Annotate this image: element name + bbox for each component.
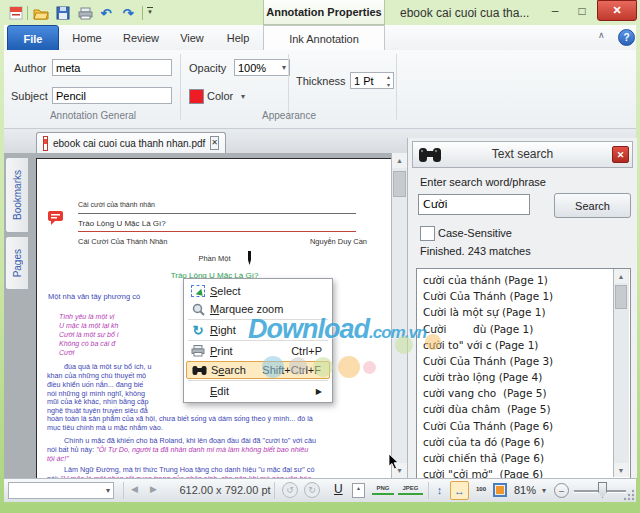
open-icon[interactable]	[33, 5, 49, 21]
opacity-dropdown[interactable]: 100% ▾	[234, 59, 290, 76]
menu-item-select[interactable]: Select	[186, 282, 330, 300]
chevron-down-icon: ▾	[106, 487, 110, 495]
search-result-item[interactable]: cười chiến thả (Page 6)	[423, 452, 544, 464]
history-back-icon[interactable]: ↺	[282, 482, 298, 498]
subject-field[interactable]	[52, 87, 172, 104]
status-separator	[428, 482, 429, 499]
case-sensitive-label: Case-Sensitive	[438, 227, 512, 239]
search-result-item[interactable]: cười đùa châm (Page 5)	[423, 403, 551, 415]
underline-tool-icon[interactable]: U	[334, 482, 343, 496]
qat-separator	[27, 6, 28, 20]
opacity-label: Opacity	[189, 62, 226, 74]
menu-item-search[interactable]: Search Shift+Ctrl+F	[186, 361, 330, 379]
fit-width-icon[interactable]: ↔	[450, 481, 469, 500]
ribbon-tab-row: File Home Review View Help Ink Annotatio…	[4, 25, 636, 50]
pdf-file-icon	[43, 136, 48, 151]
export-png-icon[interactable]: PNG	[372, 484, 394, 495]
next-page-icon[interactable]: ▶	[150, 484, 157, 494]
search-panel-header[interactable]: Text search ✕	[412, 141, 633, 168]
export-jpeg-icon[interactable]: JPEG	[398, 484, 423, 495]
actual-size-icon[interactable]: 100	[473, 486, 489, 492]
submenu-arrow-icon: ▶	[316, 387, 330, 396]
previous-page-icon[interactable]: ◀	[131, 484, 138, 494]
author-field[interactable]	[52, 59, 172, 76]
scroll-up-icon[interactable]: ▲	[392, 153, 407, 168]
maximize-button[interactable]: □	[570, 2, 594, 20]
menu-item-print[interactable]: Print Ctrl+P	[186, 342, 330, 360]
case-sensitive-checkbox[interactable]	[420, 226, 435, 241]
group-separator-2	[396, 54, 397, 120]
document-tab-close-icon[interactable]: ✕	[210, 136, 219, 150]
comment-annotation-icon[interactable]	[47, 210, 64, 229]
search-result-item[interactable]: Cười Của Thánh (Page 1)	[423, 290, 553, 302]
document-tab[interactable]: ebook cai cuoi cua thanh nhan.pdf ✕	[36, 132, 226, 153]
sidebar-item-pages[interactable]: Pages	[5, 236, 28, 290]
resize-grip[interactable]	[623, 487, 635, 499]
fit-height-icon[interactable]: ↕	[432, 482, 447, 498]
spin-down-icon[interactable]: ▾	[387, 81, 390, 89]
search-result-item[interactable]: Cười Của Thánh (Page 3)	[423, 355, 553, 367]
search-input[interactable]	[418, 194, 530, 215]
menu-separator	[188, 319, 328, 320]
scrollbar-thumb[interactable]	[393, 171, 406, 197]
help-icon[interactable]: ?	[618, 29, 635, 46]
page-number-combobox[interactable]: ▾	[8, 482, 114, 499]
fit-page-icon[interactable]	[493, 483, 507, 497]
menu-shortcut: Shift+Ctrl+F	[262, 364, 329, 376]
menu-item-right[interactable]: ↻ Right	[186, 321, 330, 339]
results-scroll-up-icon[interactable]: ▲	[614, 269, 628, 283]
menu-item-edit[interactable]: Edit ▶	[186, 382, 330, 400]
collapse-ribbon-icon[interactable]: ∧	[598, 30, 605, 40]
spin-up-icon[interactable]: ▴	[387, 73, 390, 81]
document-scrollbar[interactable]: ▲ ▼	[391, 153, 408, 478]
zoom-slider-thumb[interactable]	[598, 482, 607, 498]
search-result-item[interactable]: cười vang cho (Page 5)	[423, 387, 547, 399]
zoom-level: 81%	[514, 484, 536, 496]
menu-item-marquee-zoom[interactable]: Marquee zoom	[186, 300, 330, 318]
text-search-panel: Text search ✕ Enter search word/phrase S…	[407, 138, 637, 478]
search-button[interactable]: Search	[554, 193, 631, 218]
sidebar-item-bookmarks[interactable]: Bookmarks	[5, 157, 28, 233]
history-forward-icon[interactable]: ↻	[304, 482, 320, 498]
results-scrollbar-thumb[interactable]	[615, 285, 627, 309]
search-result-item[interactable]: Cười là một sự (Page 1)	[423, 306, 546, 318]
tab-help[interactable]: Help	[216, 25, 260, 50]
color-label[interactable]: Color	[207, 90, 233, 102]
search-result-item[interactable]: cười của thánh (Page 1)	[423, 274, 548, 286]
zoom-out-icon[interactable]: –	[554, 483, 569, 498]
tab-view[interactable]: View	[170, 25, 214, 50]
search-result-item[interactable]: cười trào lộng (Page 4)	[423, 371, 542, 383]
results-scrollbar[interactable]: ▲ ▼	[613, 269, 629, 477]
tab-review[interactable]: Review	[116, 25, 166, 50]
app-icon	[8, 5, 24, 21]
thickness-value: 1 Pt	[354, 75, 374, 87]
minimize-button[interactable]: –	[543, 2, 567, 20]
doc-text-line: điều khiển uốn nắn... đang biế	[47, 380, 143, 389]
search-result-item[interactable]: Cười đù (Page 1)	[423, 323, 533, 335]
color-dropdown-icon[interactable]: ▾	[241, 93, 245, 101]
tab-file[interactable]: File	[7, 25, 59, 52]
header-rule	[78, 213, 356, 214]
search-results-list: cười của thánh (Page 1) Cười Của Thánh (…	[416, 268, 631, 480]
search-result-item[interactable]: cười to" với c (Page 1)	[423, 339, 538, 351]
qat-customize-icon[interactable]: ▼	[147, 7, 153, 17]
thickness-spinner[interactable]: 1 Pt ▴ ▾	[350, 72, 394, 89]
tab-ink-annotation[interactable]: Ink Annotation	[263, 25, 385, 51]
zoom-dropdown-icon[interactable]: ▾	[542, 487, 546, 495]
search-result-item[interactable]: cười của ta đó (Page 6)	[423, 436, 544, 448]
doc-text-line: tội ác!"	[47, 454, 69, 463]
search-result-item[interactable]: Cười Của Thánh (Page 6)	[423, 420, 553, 432]
print-icon[interactable]	[77, 5, 93, 21]
binoculars-icon	[187, 364, 211, 376]
undo-icon[interactable]: ↶	[98, 5, 114, 21]
chevron-down-icon: ▾	[282, 64, 286, 72]
redo-icon[interactable]: ↷	[120, 5, 136, 21]
menu-separator	[188, 380, 328, 381]
close-button[interactable]: ✕	[597, 0, 637, 21]
tab-home[interactable]: Home	[64, 25, 110, 50]
save-icon[interactable]	[55, 5, 71, 21]
search-panel-close-icon[interactable]: ✕	[612, 146, 629, 163]
results-scroll-down-icon[interactable]: ▼	[614, 463, 628, 477]
doc-text-line: mũi của kẻ khác, nhìn bằng cặp	[47, 397, 149, 406]
page-layout-icon[interactable]: ▴	[352, 483, 365, 498]
